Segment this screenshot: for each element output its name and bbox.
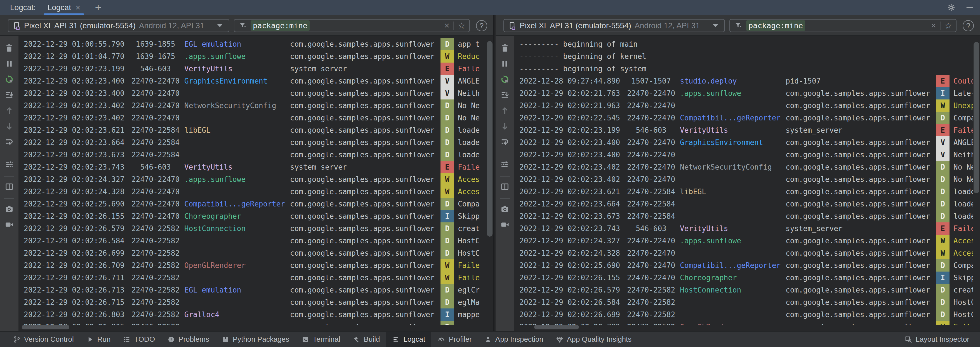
help-icon[interactable]: ? [476, 20, 487, 31]
filter-funnel-icon[interactable] [238, 21, 247, 30]
log-row[interactable]: 2022-12-29 02:02:26.70922470-22582OpenGL… [519, 321, 973, 325]
split-panels-icon[interactable] [498, 180, 512, 193]
soft-wrap-icon[interactable] [3, 135, 16, 149]
filter-input[interactable]: package:mine × ☆ [729, 19, 956, 32]
log-row[interactable]: 2022-12-29 02:02:23.62122470-22584libEGL… [519, 185, 973, 198]
filter-funnel-icon[interactable] [734, 21, 743, 30]
statusbar-layout-inspector[interactable]: Layout Inspector [898, 332, 975, 347]
favorite-filter-icon[interactable]: ☆ [945, 21, 952, 30]
log-row[interactable]: 2022-12-29 02:02:23.40222470-22470com.go… [24, 112, 486, 124]
log-row[interactable]: 2022-12-29 02:02:26.80322470-22582Grallo… [24, 309, 486, 321]
log-row[interactable]: 2022-12-29 02:02:26.71522470-22582com.go… [24, 296, 486, 309]
favorite-filter-icon[interactable]: ☆ [458, 21, 465, 30]
log-row[interactable]: 2022-12-29 02:02:26.69922470-22582com.go… [24, 247, 486, 259]
log-row[interactable]: 2022-12-29 02:02:23.66422470-22584com.go… [24, 136, 486, 149]
previous-occurrence-icon[interactable] [498, 104, 512, 117]
restart-logcat-icon[interactable] [3, 73, 16, 86]
log-row[interactable]: 2022-12-29 02:02:23.40022470-22470com.go… [519, 149, 973, 161]
log-row[interactable]: 2022-12-29 02:02:23.40222470-22470Networ… [519, 161, 973, 173]
log-row[interactable]: 2022-12-29 01:01:04.7701639-1675.apps.su… [24, 50, 486, 63]
next-occurrence-icon[interactable] [498, 120, 512, 133]
log-row[interactable]: 2022-12-29 02:02:25.69022470-22470Compat… [24, 198, 486, 210]
log-row[interactable]: 2022-12-29 02:02:23.743546-603VerityUtil… [24, 161, 486, 173]
log-row[interactable]: 2022-12-29 02:02:23.40222470-22470com.go… [519, 173, 973, 185]
screen-record-icon[interactable] [3, 218, 16, 231]
log-row[interactable]: 2022-12-29 02:02:21.96322470-22470com.go… [519, 100, 973, 112]
log-row[interactable]: 2022-12-29 01:00:55.7901639-1855EGL_emul… [24, 38, 486, 50]
log-row[interactable]: 2022-12-28 09:27:44.8901507-1507studio.d… [519, 75, 973, 87]
new-tab-button[interactable]: + [95, 2, 101, 13]
next-occurrence-icon[interactable] [3, 120, 16, 133]
statusbar-profiler[interactable]: Profiler [431, 332, 478, 347]
logcat-settings-icon[interactable] [498, 158, 512, 171]
horizontal-scrollbar[interactable] [534, 325, 579, 330]
filter-input[interactable]: package:mine × ☆ [234, 19, 470, 32]
pause-logcat-icon[interactable] [498, 57, 512, 70]
log-row[interactable]: 2022-12-29 02:02:23.66422470-22584com.go… [519, 198, 973, 210]
log-row[interactable]: 2022-12-29 02:02:23.67322470-22584com.go… [519, 210, 973, 222]
logcat-settings-icon[interactable] [3, 158, 16, 171]
settings-gear-icon[interactable] [946, 2, 956, 13]
log-row[interactable]: 2022-12-29 02:02:23.40022470-22470com.go… [24, 87, 486, 100]
tab-close-icon[interactable]: × [75, 3, 81, 12]
log-row[interactable]: 2022-12-29 02:02:23.199546-603VerityUtil… [24, 63, 486, 75]
log-row[interactable]: 2022-12-29 02:02:26.57922470-22582HostCo… [519, 284, 973, 296]
previous-occurrence-icon[interactable] [3, 104, 16, 117]
log-row[interactable]: 2022-12-29 02:02:26.69922470-22582com.go… [519, 309, 973, 321]
vertical-scrollbar[interactable] [487, 41, 493, 237]
log-row[interactable]: 2022-12-29 02:02:26.15522470-22470Choreo… [24, 210, 486, 222]
log-row[interactable]: 2022-12-29 02:02:24.32722470-22470.apps.… [519, 235, 973, 247]
log-row[interactable]: 2022-12-29 02:02:26.70922470-22582OpenGL… [24, 259, 486, 272]
clear-logcat-icon[interactable] [3, 41, 16, 55]
statusbar-problems[interactable]: Problems [161, 332, 215, 347]
statusbar-app-inspection[interactable]: App Inspection [478, 332, 550, 347]
log-row[interactable]: 2022-12-29 02:02:22.54522470-22470Compat… [519, 112, 973, 124]
statusbar-version-control[interactable]: Version Control [7, 332, 80, 347]
clear-filter-icon[interactable]: × [444, 21, 449, 31]
log-row[interactable]: 2022-12-29 02:02:26.15522470-22470Choreo… [519, 272, 973, 284]
hide-toolwindow-icon[interactable] [964, 2, 975, 13]
log-row[interactable]: 2022-12-29 02:02:23.40022470-22470Graphi… [519, 136, 973, 149]
vertical-scrollbar[interactable] [974, 42, 979, 193]
device-selector[interactable]: Pixel XL API 31 (emulator-5554) Android … [503, 19, 725, 32]
log-row[interactable]: 2022-12-29 02:02:23.743546-603VerityUtil… [519, 222, 973, 235]
log-row[interactable]: 2022-12-29 02:02:23.40222470-22470Networ… [24, 100, 486, 112]
log-row[interactable]: 2022-12-29 02:02:26.71122470-22582com.go… [24, 272, 486, 284]
device-selector[interactable]: Pixel XL API 31 (emulator-5554) Android … [8, 19, 229, 32]
log-row[interactable]: 2022-12-29 02:02:24.32822470-22470com.go… [24, 185, 486, 198]
log-row[interactable]: 2022-12-29 02:02:24.32722470-22470.apps.… [24, 173, 486, 185]
log-row[interactable]: 2022-12-29 02:02:21.76322470-22470.apps.… [519, 87, 973, 100]
pause-logcat-icon[interactable] [3, 57, 16, 70]
log-row[interactable]: 2022-12-29 02:02:26.58422470-22582com.go… [519, 296, 973, 309]
log-row[interactable]: 2022-12-29 02:02:26.71322470-22582EGL_em… [24, 284, 486, 296]
statusbar-app-quality-insights[interactable]: App Quality Insights [550, 332, 638, 347]
scroll-to-end-icon[interactable] [498, 88, 512, 102]
clear-logcat-icon[interactable] [498, 41, 512, 55]
restart-logcat-icon[interactable] [498, 73, 512, 86]
clear-filter-icon[interactable]: × [931, 21, 936, 31]
statusbar-todo[interactable]: TODO [117, 332, 161, 347]
statusbar-logcat[interactable]: Logcat [386, 332, 431, 347]
horizontal-scrollbar[interactable] [22, 325, 69, 330]
tab-logcat[interactable]: Logcat × [43, 0, 85, 15]
log-row[interactable]: 2022-12-29 02:02:24.32822470-22470com.go… [519, 247, 973, 259]
split-panels-icon[interactable] [3, 180, 16, 193]
log-row[interactable]: 2022-12-29 02:02:26.58422470-22582com.go… [24, 235, 486, 247]
log-row[interactable]: 2022-12-29 02:02:23.62122470-22584libEGL… [24, 124, 486, 136]
soft-wrap-icon[interactable] [498, 135, 512, 149]
screenshot-icon[interactable] [498, 202, 512, 216]
log-row[interactable]: 2022-12-29 02:02:23.40022470-22470Graphi… [24, 75, 486, 87]
log-row[interactable]: 2022-12-29 02:02:23.67322470-22584com.go… [24, 149, 486, 161]
log-row[interactable]: 2022-12-29 02:02:25.69022470-22470Compat… [519, 259, 973, 272]
log-row[interactable]: 2022-12-29 02:02:23.199546-603VerityUtil… [519, 124, 973, 136]
log-row[interactable]: 2022-12-29 02:02:26.80522470-22582com.go… [24, 321, 486, 325]
log-row[interactable]: 2022-12-29 02:02:26.57922470-22582HostCo… [24, 222, 486, 235]
log-row[interactable]: --------- beginning of main [519, 38, 973, 50]
statusbar-python-packages[interactable]: Python Packages [215, 332, 295, 347]
statusbar-build[interactable]: Build [347, 332, 386, 347]
statusbar-terminal[interactable]: Terminal [295, 332, 346, 347]
help-icon[interactable]: ? [963, 20, 974, 31]
log-row[interactable]: --------- beginning of system [519, 63, 973, 75]
screen-record-icon[interactable] [498, 218, 512, 231]
screenshot-icon[interactable] [3, 202, 16, 216]
